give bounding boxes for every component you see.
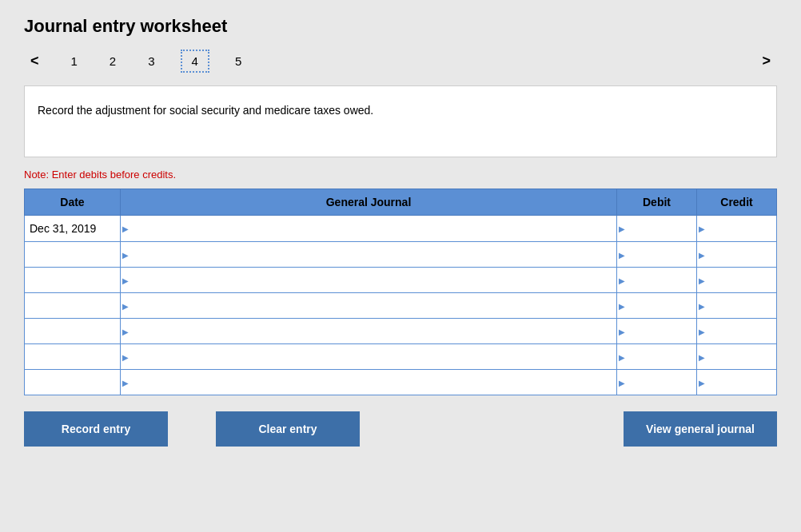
- instruction-text: Record the adjustment for social securit…: [38, 104, 373, 117]
- debit-input-1[interactable]: [617, 242, 696, 267]
- table-row-date-6: [25, 370, 121, 395]
- pagination: < 1 2 3 4 5 >: [24, 50, 777, 73]
- page-title: Journal entry worksheet: [24, 16, 777, 37]
- table-row-debit-3[interactable]: [617, 293, 697, 319]
- table-row-debit-6[interactable]: [617, 370, 697, 395]
- table-row-credit-5[interactable]: [697, 344, 777, 370]
- table-row-date-2: [25, 268, 121, 293]
- header-debit: Debit: [617, 189, 697, 216]
- page-1[interactable]: 1: [65, 51, 84, 71]
- page-5[interactable]: 5: [229, 51, 248, 71]
- header-journal: General Journal: [121, 189, 617, 216]
- table-row-debit-0[interactable]: [617, 216, 697, 242]
- journal-input-4[interactable]: [121, 319, 616, 343]
- table-row-debit-1[interactable]: [617, 242, 697, 268]
- table-row-credit-4[interactable]: [697, 319, 777, 344]
- header-credit: Credit: [697, 189, 777, 216]
- note-text: Note: Enter debits before credits.: [24, 169, 777, 181]
- table-row-date-4: [25, 319, 121, 344]
- journal-input-2[interactable]: [121, 268, 616, 292]
- table-row-journal-4[interactable]: [121, 319, 617, 344]
- record-entry-button[interactable]: Record entry: [24, 411, 168, 447]
- journal-table: Date General Journal Debit Credit Dec 31…: [24, 189, 777, 395]
- view-journal-button[interactable]: View general journal: [624, 411, 777, 447]
- prev-button[interactable]: <: [24, 50, 46, 73]
- debit-input-2[interactable]: [617, 268, 696, 292]
- journal-input-5[interactable]: [121, 344, 616, 369]
- debit-input-3[interactable]: [617, 293, 696, 318]
- table-row-journal-6[interactable]: [121, 370, 617, 395]
- journal-input-6[interactable]: [121, 370, 616, 395]
- button-row: Record entry Clear entry View general jo…: [24, 411, 777, 447]
- credit-input-5[interactable]: [697, 344, 776, 369]
- table-row-credit-6[interactable]: [697, 370, 777, 395]
- table-row-date-0: Dec 31, 2019: [25, 216, 121, 242]
- credit-input-2[interactable]: [697, 268, 776, 292]
- credit-input-4[interactable]: [697, 319, 776, 343]
- table-row-date-1: [25, 242, 121, 268]
- debit-input-0[interactable]: [617, 216, 696, 241]
- header-date: Date: [25, 189, 121, 216]
- next-button[interactable]: >: [755, 50, 777, 73]
- credit-input-3[interactable]: [697, 293, 776, 318]
- instruction-box: Record the adjustment for social securit…: [24, 85, 777, 157]
- table-row-journal-5[interactable]: [121, 344, 617, 370]
- table-row-credit-0[interactable]: [697, 216, 777, 242]
- credit-input-0[interactable]: [697, 216, 776, 241]
- table-row-date-5: [25, 344, 121, 370]
- debit-input-4[interactable]: [617, 319, 696, 343]
- page-3[interactable]: 3: [141, 51, 161, 71]
- page-2[interactable]: 2: [103, 51, 122, 71]
- page-4[interactable]: 4: [181, 50, 209, 73]
- table-row-journal-2[interactable]: [121, 268, 617, 293]
- table-row-date-3: [25, 293, 121, 319]
- table-row-credit-2[interactable]: [697, 268, 777, 293]
- table-row-journal-3[interactable]: [121, 293, 617, 319]
- journal-input-0[interactable]: [121, 216, 616, 241]
- debit-input-5[interactable]: [617, 344, 696, 369]
- journal-input-3[interactable]: [121, 293, 616, 318]
- debit-input-6[interactable]: [617, 370, 696, 395]
- table-row-credit-1[interactable]: [697, 242, 777, 268]
- journal-input-1[interactable]: [121, 242, 616, 267]
- clear-entry-button[interactable]: Clear entry: [216, 411, 360, 447]
- credit-input-6[interactable]: [697, 370, 776, 395]
- table-row-debit-2[interactable]: [617, 268, 697, 293]
- credit-input-1[interactable]: [697, 242, 776, 267]
- table-row-journal-0[interactable]: [121, 216, 617, 242]
- table-row-credit-3[interactable]: [697, 293, 777, 319]
- table-row-debit-4[interactable]: [617, 319, 697, 344]
- table-row-journal-1[interactable]: [121, 242, 617, 268]
- table-row-debit-5[interactable]: [617, 344, 697, 370]
